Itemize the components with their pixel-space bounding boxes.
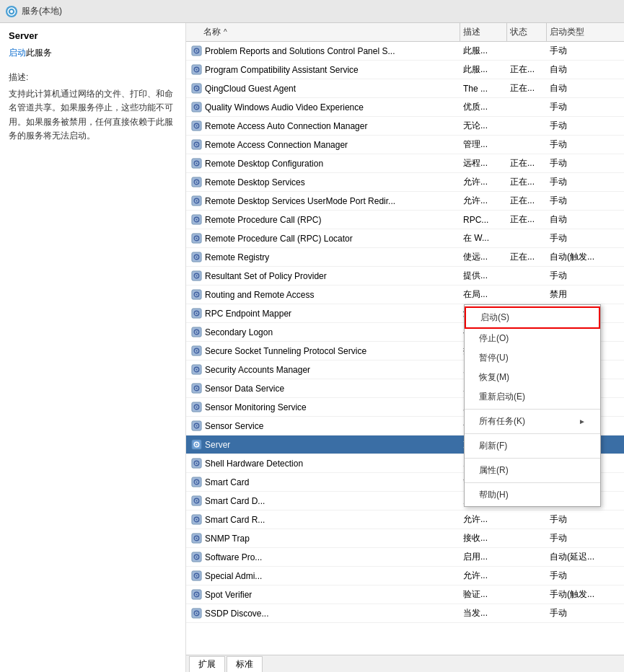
table-row[interactable]: Remote Access Auto Connection Manager 无论… [186,117,624,136]
table-row[interactable]: Program Compatibility Assistant Service … [186,61,624,79]
svg-point-16 [195,125,197,126]
context-menu-separator [465,458,600,459]
svg-point-70 [195,462,197,464]
service-icon [190,364,202,376]
context-menu: 启动(S)停止(O)暂停(U)恢复(M)重新启动(E)所有任务(K)►刷新(F)… [464,304,601,507]
server-title: Server [9,30,177,41]
cell-service-name: RPC Endpoint Mapper [186,308,460,319]
description-text: 支持此计算机通过网络的文件、打印、和命名管道共享。如果服务停止，这些功能不可用。… [9,87,177,143]
start-service-line: 启动此服务 [9,47,177,59]
start-link[interactable]: 启动 [9,48,26,58]
bottom-tab-扩展[interactable]: 扩展 [189,656,225,672]
cell-service-startup: 手动 [547,513,624,526]
cell-service-status: 正在... [507,251,547,263]
svg-point-13 [195,106,197,107]
context-menu-item[interactable]: 所有任务(K)► [465,412,600,431]
svg-point-76 [195,500,197,501]
table-row[interactable]: QingCloud Guest Agent The ... 正在... 自动 [186,79,624,98]
cell-service-name: Remote Access Connection Manager [186,139,460,151]
svg-point-10 [195,87,197,89]
cell-service-startup: 手动(触发... [547,588,624,601]
cell-service-status: 正在... [507,82,547,94]
cell-service-desc: The ... [460,84,507,94]
cell-service-desc: 允许... [460,513,507,526]
cell-service-desc: 允许... [460,195,507,207]
svg-point-25 [195,181,197,182]
cell-service-name: Secure Socket Tunneling Protocol Service [186,345,460,357]
cell-service-status: 正在... [507,176,547,188]
table-row[interactable]: Remote Procedure Call (RPC) Locator 在 W.… [186,229,624,248]
context-menu-item[interactable]: 启动(S) [465,306,600,329]
bottom-bar: 扩展标准 [186,655,624,672]
svg-point-61 [195,406,197,407]
svg-point-43 [195,293,197,295]
table-row[interactable]: Problem Reports and Solutions Control Pa… [186,42,624,61]
table-row[interactable]: Remote Access Connection Manager 管理... 手… [186,136,624,154]
table-row[interactable]: Remote Desktop Services 允许... 正在... 手动 [186,173,624,192]
table-row[interactable]: Quality Windows Audio Video Experience 优… [186,98,624,117]
table-row[interactable]: Special Admi... 允许... 手动 [186,567,624,585]
cell-service-name: Smart Card D... [186,495,460,507]
col-startup-header[interactable]: 启动类型 [547,23,624,41]
service-icon [190,45,202,57]
context-menu-item[interactable]: 暂停(U) [465,348,600,368]
cell-service-desc: 允许... [460,176,507,188]
cell-service-startup: 手动 [547,195,624,207]
cell-service-name: Special Admi... [186,570,460,582]
context-menu-item[interactable]: 停止(O) [465,329,600,348]
context-menu-item[interactable]: 刷新(F) [465,436,600,456]
cell-service-name: Spot Verifier [186,589,460,601]
cell-service-startup: 自动(触发... [547,251,624,263]
cell-service-name: Shell Hardware Detection [186,458,460,469]
table-row[interactable]: SNMP Trap 接收... 手动 [186,529,624,548]
cell-service-desc: 验证... [460,588,507,601]
context-menu-separator [465,409,600,410]
context-menu-item[interactable]: 恢复(M) [465,368,600,387]
context-menu-item[interactable]: 帮助(H) [465,485,600,505]
service-icon [190,458,202,469]
cell-service-desc: 管理... [460,138,507,151]
main-window: 服务(本地) Server 启动此服务 描述: 支持此计算机通过网络的文件、打印… [0,0,624,672]
cell-service-name: Sensor Monitoring Service [186,402,460,413]
cell-service-startup: 自动 [547,82,624,94]
col-name-header[interactable]: 名称 ^ [186,23,460,41]
svg-point-7 [195,68,197,70]
context-menu-item[interactable]: 属性(R) [465,461,600,480]
cell-service-name: Remote Access Auto Connection Manager [186,120,460,132]
service-icon [190,345,202,357]
table-row[interactable]: Smart Card R... 允许... 手动 [186,510,624,529]
table-row[interactable]: Spot Verifier 验证... 手动(触发... [186,585,624,604]
service-icon [190,195,202,207]
table-row[interactable]: Resultant Set of Policy Provider 提供... 手… [186,267,624,286]
cell-service-startup: 手动 [547,176,624,188]
cell-service-desc: 允许... [460,570,507,582]
context-menu-item[interactable]: 重新启动(E) [465,387,600,407]
svg-point-79 [195,518,197,520]
table-row[interactable]: SSDP Discove... 当发... 手动 [186,604,624,623]
table-row[interactable]: Remote Desktop Configuration 远程... 正在...… [186,154,624,173]
table-row[interactable]: Remote Procedure Call (RPC) RPC... 正在...… [186,211,624,229]
col-desc-header[interactable]: 描述 [460,23,507,41]
description-panel: 描述: 支持此计算机通过网络的文件、打印、和命名管道共享。如果服务停止，这些功能… [9,71,177,143]
bottom-tab-标准[interactable]: 标准 [227,656,263,672]
cell-service-desc: 在局... [460,288,507,301]
cell-service-name: Resultant Set of Policy Provider [186,270,460,282]
table-row[interactable]: Remote Desktop Services UserMode Port Re… [186,192,624,211]
table-row[interactable]: Routing and Remote Access 在局... 禁用 [186,286,624,304]
col-status-header[interactable]: 状态 [507,23,547,41]
service-icon [190,270,202,282]
service-icon [190,420,202,432]
svg-point-34 [195,237,197,239]
cell-service-name: Sensor Data Service [186,383,460,394]
svg-point-58 [195,387,197,389]
table-row[interactable]: Software Pro... 启用... 自动(延迟... [186,548,624,567]
table-row[interactable]: Remote Registry 使远... 正在... 自动(触发... [186,248,624,267]
cell-service-status: 正在... [507,195,547,207]
service-icon [190,383,202,394]
cell-service-startup: 手动 [547,101,624,113]
cell-service-desc: 使远... [460,251,507,263]
cell-service-name: Routing and Remote Access [186,289,460,301]
cell-service-startup: 手动 [547,120,624,132]
cell-service-desc: 提供... [460,270,507,282]
service-icon [190,495,202,507]
